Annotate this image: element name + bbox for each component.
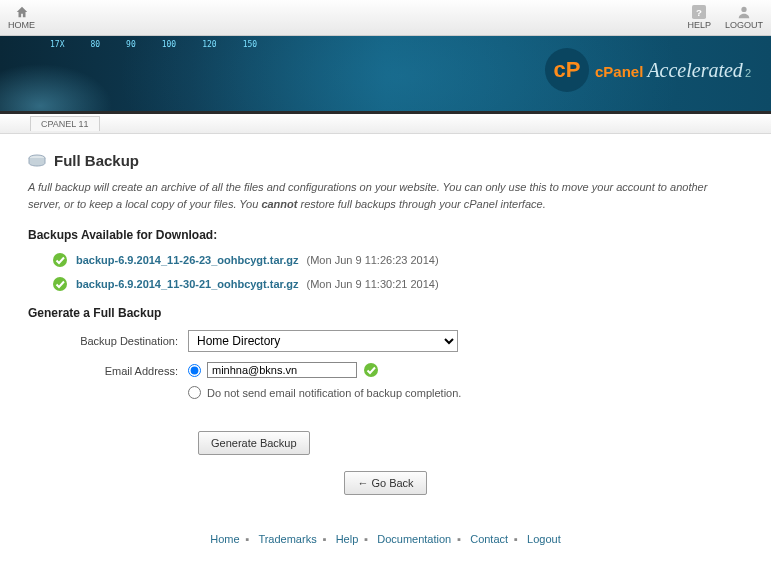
email-radio-skip[interactable] [188,386,201,399]
home-label: HOME [8,20,35,30]
cpanel-logo-icon: cP [545,48,589,92]
destination-row: Backup Destination: Home Directory [28,330,743,352]
help-label: HELP [687,20,711,30]
go-back-button[interactable]: ← Go Back [344,471,426,495]
svg-point-2 [741,7,746,12]
no-email-label: Do not send email notification of backup… [207,387,461,399]
brand-accelerated: Accelerated [647,59,743,82]
backup-meta: (Mon Jun 9 11:30:21 2014) [307,278,439,290]
destination-select[interactable]: Home Directory [188,330,458,352]
person-icon [737,5,751,19]
backup-link[interactable]: backup-6.9.2014_11-30-21_oohbcygt.tar.gz [76,278,299,290]
banner-dial: 17X8090100120150 [50,40,257,49]
backup-list: backup-6.9.2014_11-26-23_oohbcygt.tar.gz… [28,252,743,292]
home-button[interactable]: HOME [8,5,35,30]
cpanel-logo: cP cPanel Accelerated 2 [545,48,751,92]
page-title-text: Full Backup [54,152,139,169]
top-toolbar: HOME ? HELP LOGOUT [0,0,771,36]
breadcrumb-bar: CPANEL 11 [0,114,771,134]
footer-link-contact[interactable]: Contact [470,533,508,545]
help-button[interactable]: ? HELP [687,5,711,30]
home-icon [15,5,29,19]
destination-label: Backup Destination: [28,335,188,347]
breadcrumb[interactable]: CPANEL 11 [30,116,100,131]
logout-button[interactable]: LOGOUT [725,5,763,30]
svg-point-4 [53,253,67,267]
footer-link-logout[interactable]: Logout [527,533,561,545]
backup-item: backup-6.9.2014_11-30-21_oohbcygt.tar.gz… [52,276,743,292]
generate-backup-button[interactable]: Generate Backup [198,431,310,455]
backup-item: backup-6.9.2014_11-26-23_oohbcygt.tar.gz… [52,252,743,268]
page-description: A full backup will create an archive of … [28,179,743,212]
email-radio-send[interactable] [188,364,201,377]
brand-sub: 2 [745,67,751,79]
generate-heading: Generate a Full Backup [28,306,743,320]
header-banner: 17X8090100120150 cP cPanel Accelerated 2 [0,36,771,114]
valid-icon [363,362,379,378]
check-icon [52,276,68,292]
help-icon: ? [692,5,706,19]
backups-heading: Backups Available for Download: [28,228,743,242]
footer-link-home[interactable]: Home [210,533,239,545]
email-field[interactable] [207,362,357,378]
disk-icon [28,154,46,168]
svg-point-5 [53,277,67,291]
footer-link-help[interactable]: Help [336,533,359,545]
backup-link[interactable]: backup-6.9.2014_11-26-23_oohbcygt.tar.gz [76,254,299,266]
footer-link-trademarks[interactable]: Trademarks [258,533,316,545]
svg-point-6 [364,363,378,377]
email-label: Email Address: [28,362,188,377]
footer-nav: Home▪ Trademarks▪ Help▪ Documentation▪ C… [0,527,771,555]
main-content: Full Backup A full backup will create an… [0,134,771,527]
backup-meta: (Mon Jun 9 11:26:23 2014) [307,254,439,266]
svg-text:?: ? [696,7,702,18]
logout-label: LOGOUT [725,20,763,30]
brand-cpanel: cPanel [595,63,643,80]
email-row: Email Address: Do not send email notific… [28,362,743,399]
footer-link-documentation[interactable]: Documentation [377,533,451,545]
check-icon [52,252,68,268]
page-title: Full Backup [28,152,743,169]
